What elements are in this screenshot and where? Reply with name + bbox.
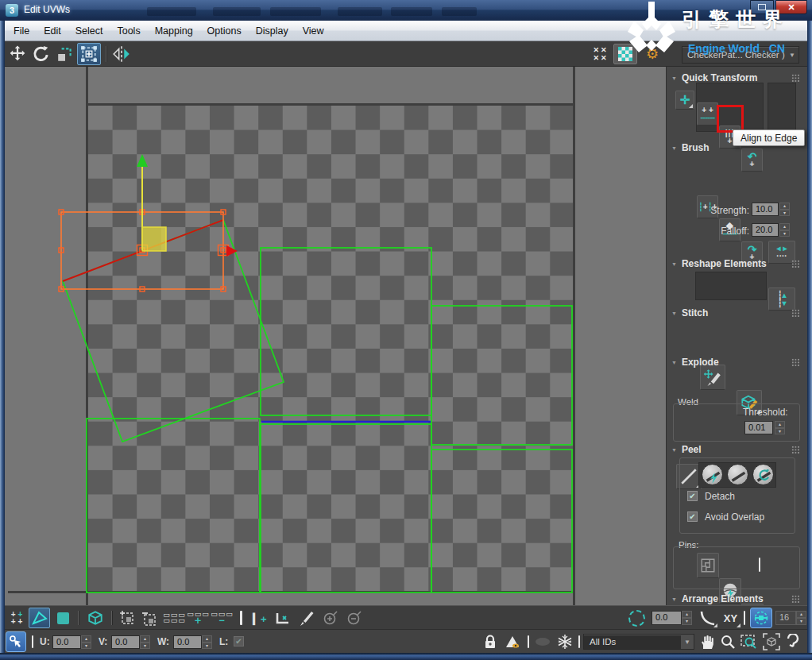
peel-reset-button[interactable] (752, 464, 774, 485)
edge-loop-grow-button[interactable]: ▭▭▭＋ (188, 608, 209, 628)
spinner-down-icon[interactable]: ▾ (779, 210, 790, 217)
spinner-down-icon[interactable]: ▾ (775, 428, 785, 435)
spinner-down-icon[interactable]: ▾ (202, 643, 212, 650)
paint-soft-selection-button[interactable] (750, 608, 772, 628)
soft-selection-value-field[interactable]: 0.0 (652, 611, 682, 625)
menu-tools[interactable]: Tools (110, 23, 147, 39)
soft-selection-button[interactable] (626, 608, 648, 628)
uv-shell-bottom-left[interactable] (87, 419, 260, 592)
section-stitch[interactable]: ▼ Stitch (671, 307, 803, 319)
filter-selected-faces-button[interactable] (502, 632, 523, 651)
w-field[interactable]: 0.0 (173, 635, 202, 649)
section-grip-icon[interactable] (791, 595, 800, 603)
move-tool-button[interactable] (6, 44, 29, 64)
zoom-region-button[interactable] (739, 632, 760, 651)
grow-selection-button[interactable] (116, 608, 137, 628)
edge-ring-button[interactable]: ▭▭▭▭▭▭ (164, 608, 185, 628)
strength-spinner[interactable]: ▴▾ (779, 203, 790, 216)
uv-shell-rotated[interactable] (63, 220, 284, 442)
detach-checkbox[interactable]: ✔ (687, 491, 698, 501)
v-field[interactable]: 0.0 (111, 635, 140, 649)
absolute-mode-button[interactable] (6, 631, 26, 652)
spinner-down-icon[interactable]: ▾ (779, 230, 790, 237)
section-grip-icon[interactable] (791, 358, 800, 366)
spinner-up-icon[interactable]: ▴ (81, 635, 91, 643)
soft-selection-spinner[interactable]: ▴▾ (682, 611, 692, 625)
vertex-mode-button[interactable]: + ++ + (6, 608, 27, 627)
uv-shell-bottom-middle[interactable] (261, 424, 431, 592)
spinner-down-icon[interactable]: ▾ (140, 643, 150, 650)
quick-transform-flyout-button[interactable]: ✛ (675, 91, 694, 110)
edge-loop-shrink-button[interactable]: ▭▭▭－ (211, 608, 233, 628)
freeform-mode-button[interactable] (77, 43, 101, 65)
brush-size-spinner[interactable]: ▴▾ (796, 611, 806, 625)
menu-options[interactable]: Options (200, 23, 249, 39)
falloff-field[interactable]: 20.0 (752, 223, 779, 237)
section-arrange[interactable]: ▼ Arrange Elements (671, 592, 803, 605)
falloff-spinner[interactable]: ▴▾ (779, 223, 790, 237)
gizmo-y-arrow[interactable] (137, 154, 148, 167)
spinner-down-icon[interactable]: ▾ (81, 643, 91, 650)
uv-shell-top-middle[interactable] (261, 248, 431, 415)
spinner-up-icon[interactable]: ▴ (796, 611, 806, 618)
zoom-extents-button[interactable] (761, 632, 782, 651)
mirror-tool-button[interactable] (110, 44, 133, 64)
menu-file[interactable]: File (6, 23, 37, 39)
rotate-tool-button[interactable] (30, 44, 52, 64)
menu-select[interactable]: Select (68, 23, 110, 39)
v-spinner[interactable]: ▴▾ (140, 635, 150, 649)
close-button[interactable]: ✕ (775, 0, 807, 14)
spinner-up-icon[interactable]: ▴ (202, 635, 212, 643)
uv-shell-bottom-right[interactable] (431, 450, 572, 592)
falloff-curve-button[interactable] (698, 608, 718, 628)
peel-mode-button[interactable] (727, 464, 748, 485)
shrink-selection-button[interactable] (138, 608, 160, 628)
section-grip-icon[interactable] (791, 260, 800, 268)
polygon-mode-button[interactable] (52, 608, 73, 627)
menu-display[interactable]: Display (249, 23, 296, 39)
uv-canvas[interactable] (5, 67, 666, 605)
strength-field[interactable]: 10.0 (752, 203, 779, 216)
zoom-button[interactable] (718, 632, 737, 651)
section-grip-icon[interactable] (791, 74, 800, 82)
collapse-icon[interactable]: ▼ (671, 145, 677, 151)
u-field[interactable]: 0.0 (52, 635, 81, 649)
falloff-space-button[interactable]: XY (720, 608, 741, 628)
u-spinner[interactable]: ▴▾ (81, 635, 91, 649)
menu-view[interactable]: View (296, 23, 331, 39)
menu-edit[interactable]: Edit (37, 23, 68, 39)
spinner-up-icon[interactable]: ▴ (140, 635, 150, 643)
spinner-up-icon[interactable]: ▴ (775, 421, 785, 428)
texture-list-dropdown[interactable]: CheckerPat... Checker ) ▼ (682, 46, 799, 64)
hide-selected-button[interactable] (532, 634, 553, 650)
quick-peel-button[interactable] (702, 464, 723, 485)
select-element-button[interactable] (84, 608, 106, 628)
section-explode[interactable]: ▼ Explode (671, 356, 803, 369)
threshold-field[interactable]: 0.01 (744, 421, 773, 434)
threshold-spinner[interactable]: ▴▾ (775, 421, 785, 434)
edge-mode-button[interactable] (29, 608, 50, 628)
titlebar[interactable]: 3 Edit UVWs ✕ (0, 0, 812, 21)
lock-selection-button[interactable] (481, 632, 499, 651)
material-id-filter-dropdown[interactable]: All IDs ▼ (583, 634, 694, 650)
loop-horizontal-button[interactable] (272, 608, 293, 628)
brush-size-field[interactable]: 16 (775, 611, 796, 625)
collapse-icon[interactable]: ▼ (671, 447, 677, 453)
paint-select-button[interactable] (296, 608, 317, 628)
avoid-overlap-checkbox[interactable]: ✔ (687, 511, 698, 522)
pan-button[interactable] (698, 632, 717, 651)
section-grip-icon[interactable] (791, 309, 800, 317)
uv-options-button[interactable]: ⚙ (642, 44, 663, 64)
loop-vertical-button[interactable]: ❙＋ (248, 608, 269, 628)
align-horizontal-button[interactable]: + +╌╌╌ (697, 102, 718, 125)
spinner-down-icon[interactable]: ▾ (682, 618, 692, 625)
uv-shell-right-upper[interactable] (431, 306, 572, 445)
spinner-up-icon[interactable]: ▴ (682, 611, 692, 618)
show-texture-button[interactable] (613, 44, 637, 64)
spinner-down-icon[interactable]: ▾ (796, 618, 806, 625)
maximize-button[interactable] (750, 0, 774, 14)
paint-select-shrink-button[interactable] (343, 608, 365, 628)
collapse-icon[interactable]: ▼ (671, 261, 677, 267)
collapse-icon[interactable]: ▼ (671, 596, 677, 602)
section-peel[interactable]: ▼ Peel (671, 443, 803, 456)
